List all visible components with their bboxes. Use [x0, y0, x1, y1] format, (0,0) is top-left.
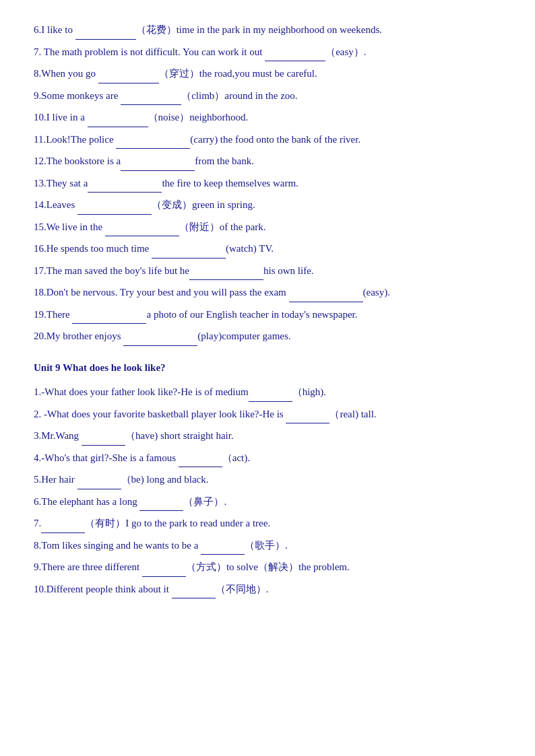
- q13-blank[interactable]: [88, 180, 162, 193]
- q20-blank[interactable]: [123, 334, 197, 346]
- s2q4-blank[interactable]: [179, 455, 222, 467]
- questions-section1: 6.I like to （花费）time in the park in my n…: [34, 20, 501, 346]
- q12-blank[interactable]: [121, 159, 195, 171]
- q19-after: a photo of our English teacher in today'…: [146, 309, 357, 320]
- s2q6-before: 6.The elephant has a long: [34, 496, 139, 507]
- s2q9-blank[interactable]: [142, 565, 186, 577]
- q18-before: 18.Don't be nervous. Try your best and y…: [34, 287, 289, 298]
- s2q10-blank[interactable]: [172, 586, 216, 598]
- q8-blank[interactable]: [98, 71, 159, 83]
- q17-before: 17.The man saved the boy's life but he: [34, 265, 189, 276]
- question-12: 12.The bookstore is afrom the bank.: [34, 151, 501, 171]
- q14-before: 14.Leaves: [34, 199, 77, 210]
- s2-question-8: 8.Tom likes singing and he wants to be a…: [34, 536, 501, 555]
- q19-blank[interactable]: [72, 312, 146, 324]
- q6-blank[interactable]: [75, 28, 136, 40]
- s2q3-after: （have) short straight hair.: [125, 430, 234, 441]
- section2: Unit 9 What does he look like? 1.-What d…: [34, 358, 501, 599]
- q9-after: （climb）around in the zoo.: [181, 90, 297, 101]
- s2q10-before: 10.Different people think about it: [34, 584, 172, 594]
- s2q1-before: 1.-What does your father look like?-He i…: [34, 386, 249, 397]
- q14-after: （变成）green in spring.: [152, 199, 255, 210]
- q18-after: (easy).: [363, 287, 390, 298]
- q10-before: 10.I live in a: [34, 112, 88, 123]
- q16-before: 16.He spends too much time: [34, 243, 152, 254]
- s2q3-before: 3.Mr.Wang: [34, 430, 82, 441]
- s2q1-blank[interactable]: [249, 390, 292, 402]
- q7-blank[interactable]: [265, 49, 325, 61]
- s2q6-blank[interactable]: [139, 499, 183, 511]
- q11-after: (carry) the food onto the bank of the ri…: [190, 134, 360, 145]
- q6-after: （花费）time in the park in my neighborhood …: [136, 24, 382, 35]
- s2q4-before: 4.-Who's that girl?-She is a famous: [34, 452, 179, 463]
- s2q2-blank[interactable]: [286, 411, 329, 423]
- s2-question-3: 3.Mr.Wang （have) short straight hair.: [34, 426, 501, 446]
- question-17: 17.The man saved the boy's life but hehi…: [34, 261, 501, 281]
- s2-question-4: 4.-Who's that girl?-She is a famous （act…: [34, 448, 501, 468]
- s2q9-before: 9.There are three different: [34, 561, 142, 572]
- question-19: 19.There a photo of our English teacher …: [34, 305, 501, 324]
- question-15: 15.We live in the （附近）of the park.: [34, 217, 501, 237]
- s2q8-before: 8.Tom likes singing and he wants to be a: [34, 540, 201, 551]
- question-20: 20.My brother enjoys (play)computer game…: [34, 327, 501, 346]
- q12-before: 12.The bookstore is a: [34, 156, 121, 166]
- s2q6-after: （鼻子）.: [183, 496, 226, 507]
- q15-before: 15.We live in the: [34, 221, 105, 232]
- s2q8-blank[interactable]: [201, 543, 245, 555]
- s2q1-after: （high).: [292, 386, 326, 397]
- q6-before: 6.I like to: [34, 24, 75, 35]
- q15-after: （附近）of the park.: [179, 221, 266, 232]
- s2-question-1: 1.-What does your father look like?-He i…: [34, 382, 501, 402]
- q18-blank[interactable]: [289, 290, 363, 302]
- question-7: 7. The math problem is not difficult. Yo…: [34, 42, 501, 62]
- q14-blank[interactable]: [77, 203, 152, 215]
- question-6: 6.I like to （花费）time in the park in my n…: [34, 20, 501, 40]
- q9-before: 9.Some monkeys are: [34, 90, 121, 101]
- s2q4-after: （act).: [222, 452, 250, 463]
- s2q7-after: （有时）I go to the park to read under a tre…: [85, 518, 270, 528]
- s2-question-2: 2. -What does your favorite basketball p…: [34, 405, 501, 424]
- question-10: 10.I live in a （noise）neighborhood.: [34, 108, 501, 127]
- q13-after: the fire to keep themselves warm.: [162, 178, 298, 188]
- q11-before: 11.Look!The police: [34, 134, 116, 145]
- q9-blank[interactable]: [121, 93, 181, 105]
- question-16: 16.He spends too much time (watch) TV.: [34, 239, 501, 259]
- s2q10-after: （不同地）.: [216, 584, 269, 594]
- s2q2-after: （real) tall.: [329, 409, 376, 419]
- s2-question-10: 10.Different people think about it （不同地）…: [34, 580, 501, 599]
- q16-blank[interactable]: [152, 246, 226, 259]
- q19-before: 19.There: [34, 309, 72, 320]
- s2q5-blank[interactable]: [77, 477, 121, 489]
- s2q9-after: （方式）to solve（解决）the problem.: [186, 561, 350, 572]
- s2q5-after: （be) long and black.: [121, 474, 209, 485]
- q10-blank[interactable]: [88, 115, 148, 127]
- question-11: 11.Look!The police (carry) the food onto…: [34, 130, 501, 149]
- s2-question-7: 7.（有时）I go to the park to read under a t…: [34, 514, 501, 533]
- s2-question-5: 5.Her hair （be) long and black.: [34, 470, 501, 489]
- s2q2-before: 2. -What does your favorite basketball p…: [34, 409, 286, 419]
- q16-after: (watch) TV.: [226, 243, 274, 254]
- q8-before: 8.When you go: [34, 68, 98, 79]
- q15-blank[interactable]: [105, 224, 179, 236]
- q8-after: （穿过）the road,you must be careful.: [159, 68, 317, 79]
- q11-blank[interactable]: [116, 137, 190, 149]
- s2q7-before: 7.: [34, 518, 41, 528]
- q12-after: from the bank.: [195, 156, 254, 166]
- s2-question-6: 6.The elephant has a long （鼻子）.: [34, 492, 501, 512]
- question-18: 18.Don't be nervous. Try your best and y…: [34, 283, 501, 302]
- s2q7-blank[interactable]: [41, 521, 85, 533]
- s2q8-after: （歌手）.: [245, 540, 288, 551]
- s2q5-before: 5.Her hair: [34, 474, 77, 485]
- question-8: 8.When you go （穿过）the road,you must be c…: [34, 64, 501, 83]
- s2-question-9: 9.There are three different （方式）to solve…: [34, 557, 501, 577]
- q17-after: his own life.: [263, 265, 314, 276]
- s2q3-blank[interactable]: [82, 434, 125, 446]
- question-9: 9.Some monkeys are （climb）around in the …: [34, 86, 501, 106]
- question-14: 14.Leaves （变成）green in spring.: [34, 195, 501, 215]
- q7-after: （easy）.: [325, 46, 366, 57]
- question-13: 13.They sat athe fire to keep themselves…: [34, 174, 501, 193]
- q17-blank[interactable]: [189, 268, 263, 280]
- q20-before: 20.My brother enjoys: [34, 331, 123, 341]
- q7-before: 7. The math problem is not difficult. Yo…: [34, 46, 265, 57]
- q10-after: （noise）neighborhood.: [148, 112, 249, 123]
